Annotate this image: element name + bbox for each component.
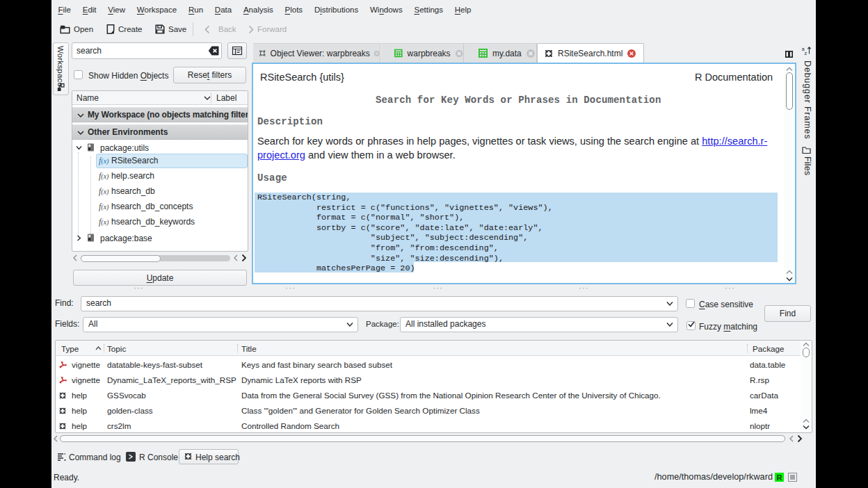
svg-text:z: z [805,50,807,56]
